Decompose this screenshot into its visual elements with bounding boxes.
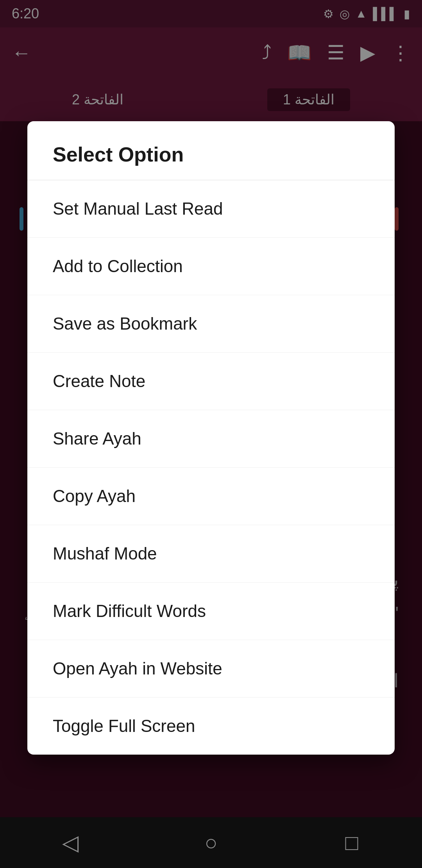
- copy-ayah-label: Copy Ayah: [53, 486, 136, 506]
- set-manual-last-read-label: Set Manual Last Read: [53, 199, 223, 219]
- create-note-label: Create Note: [53, 371, 145, 391]
- mushaf-mode-item[interactable]: Mushaf Mode: [27, 525, 395, 583]
- open-ayah-in-website-label: Open Ayah in Website: [53, 659, 222, 678]
- share-ayah-label: Share Ayah: [53, 429, 141, 448]
- toggle-full-screen-item[interactable]: Toggle Full Screen: [27, 698, 395, 755]
- mark-difficult-words-label: Mark Difficult Words: [53, 601, 206, 621]
- copy-ayah-item[interactable]: Copy Ayah: [27, 468, 395, 525]
- save-as-bookmark-label: Save as Bookmark: [53, 314, 197, 334]
- open-ayah-in-website-item[interactable]: Open Ayah in Website: [27, 640, 395, 698]
- add-to-collection-label: Add to Collection: [53, 256, 183, 276]
- toggle-full-screen-label: Toggle Full Screen: [53, 716, 195, 736]
- set-manual-last-read-item[interactable]: Set Manual Last Read: [27, 180, 395, 238]
- mushaf-mode-label: Mushaf Mode: [53, 544, 157, 563]
- dialog-title: Select Option: [27, 121, 395, 180]
- add-to-collection-item[interactable]: Add to Collection: [27, 238, 395, 295]
- select-option-dialog: Select Option Set Manual Last Read Add t…: [27, 121, 395, 755]
- share-ayah-item[interactable]: Share Ayah: [27, 410, 395, 468]
- mark-difficult-words-item[interactable]: Mark Difficult Words: [27, 583, 395, 640]
- create-note-item[interactable]: Create Note: [27, 353, 395, 410]
- save-as-bookmark-item[interactable]: Save as Bookmark: [27, 295, 395, 353]
